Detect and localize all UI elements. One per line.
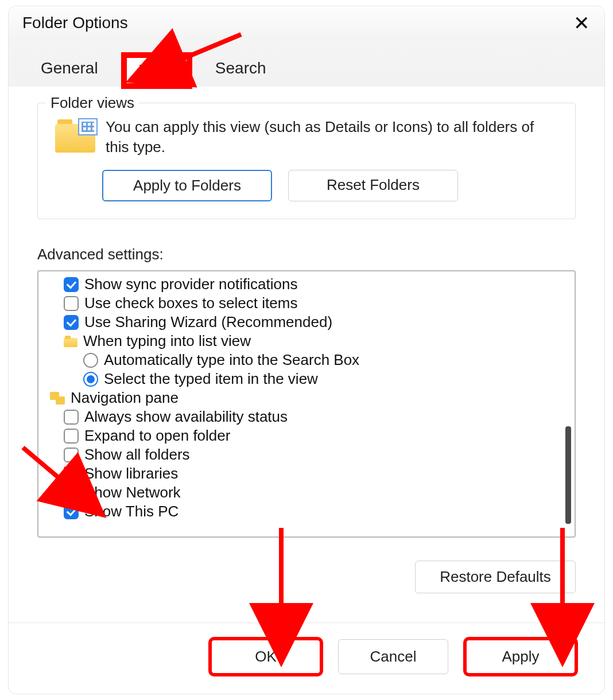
window-title: Folder Options	[22, 14, 128, 32]
label-nav-availability: Always show availability status	[84, 408, 288, 426]
checkbox-use-checkboxes[interactable]	[64, 296, 79, 311]
radio-typing-select[interactable]	[83, 372, 98, 387]
checkbox-nav-network[interactable]	[64, 485, 79, 500]
titlebar: Folder Options ✕	[9, 6, 604, 37]
label-nav-thispc: Show This PC	[84, 503, 179, 520]
folder-views-desc: You can apply this view (such as Details…	[106, 117, 558, 157]
folder-views-icon	[55, 119, 95, 153]
dialog-footer: OK Cancel Apply	[9, 623, 604, 694]
reset-folders-button[interactable]: Reset Folders	[288, 170, 458, 201]
label-sharing-wizard: Use Sharing Wizard (Recommended)	[84, 313, 332, 331]
label-nav-libraries: Show libraries	[84, 465, 178, 483]
folder-views-label: Folder views	[46, 94, 139, 112]
advanced-settings-label: Advanced settings:	[37, 246, 576, 263]
tab-view[interactable]: View	[123, 55, 190, 87]
advanced-settings-list[interactable]: Show sync provider notifications Use che…	[37, 270, 576, 538]
checkbox-nav-expand[interactable]	[64, 429, 79, 444]
radio-typing-search[interactable]	[83, 353, 98, 368]
folder-icon	[64, 336, 77, 347]
restore-defaults-button[interactable]: Restore Defaults	[415, 561, 576, 593]
label-nav-expand: Expand to open folder	[84, 427, 230, 445]
checkbox-nav-thispc[interactable]	[64, 504, 79, 519]
folder-options-dialog: Folder Options ✕ General View Search Fol…	[8, 6, 605, 694]
ok-button[interactable]: OK	[211, 639, 321, 674]
tab-content: Folder views You can apply this view (su…	[9, 87, 604, 610]
label-use-checkboxes: Use check boxes to select items	[84, 294, 297, 312]
tab-general[interactable]: General	[32, 56, 107, 85]
label-typing-group: When typing into list view	[83, 332, 251, 350]
close-icon[interactable]: ✕	[573, 13, 589, 33]
label-typing-search: Automatically type into the Search Box	[104, 351, 359, 369]
tab-search[interactable]: Search	[206, 56, 276, 85]
folder-views-group: Folder views You can apply this view (su…	[37, 103, 576, 219]
scrollbar[interactable]	[565, 426, 571, 524]
tab-strip: General View Search	[9, 37, 604, 87]
navigation-pane-icon	[50, 392, 65, 405]
label-typing-select: Select the typed item in the view	[104, 370, 318, 388]
apply-to-folders-button[interactable]: Apply to Folders	[102, 170, 272, 201]
apply-button[interactable]: Apply	[465, 639, 576, 674]
label-show-sync: Show sync provider notifications	[84, 275, 297, 293]
checkbox-show-sync[interactable]	[64, 277, 79, 292]
checkbox-nav-showall[interactable]	[64, 448, 79, 462]
cancel-button[interactable]: Cancel	[338, 639, 448, 674]
label-nav-showall: Show all folders	[84, 446, 190, 464]
label-nav-network: Show Network	[84, 484, 181, 501]
checkbox-sharing-wizard[interactable]	[64, 315, 79, 330]
label-nav-group: Navigation pane	[71, 389, 179, 407]
checkbox-nav-availability[interactable]	[64, 410, 79, 425]
checkbox-nav-libraries[interactable]	[64, 466, 79, 481]
